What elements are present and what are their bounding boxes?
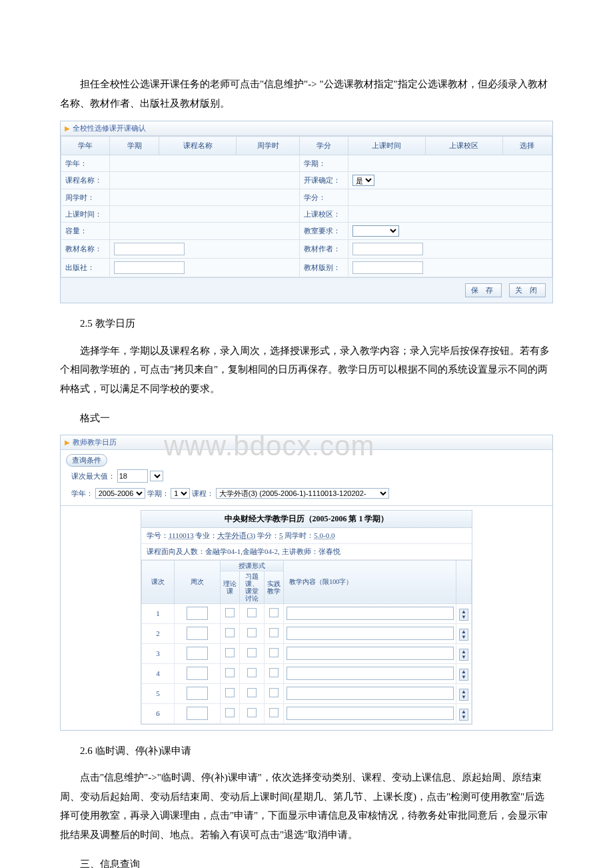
content-input[interactable] — [287, 647, 454, 660]
lbl-year: 学年： — [61, 155, 110, 172]
spin-icon[interactable]: ▲▼ — [459, 709, 468, 721]
checkbox-practice[interactable] — [269, 668, 279, 677]
lbl-course: 课程名称： — [61, 172, 110, 189]
th-credit: 学分 — [300, 137, 348, 155]
th-year: 学年 — [61, 137, 110, 155]
checkbox-theory[interactable] — [225, 648, 235, 657]
elective-confirm-panel: ▶ 全校性选修课开课确认 学年 学期 课程名称 周学时 学分 上课时间 上课校区… — [60, 121, 553, 303]
spin-icon[interactable]: ▲▼ — [459, 629, 468, 641]
content-input[interactable] — [287, 687, 454, 700]
cal-title-text: 教师教学日历 — [73, 437, 117, 447]
lbl-course2: 课程： — [192, 489, 214, 497]
content-input[interactable] — [287, 607, 454, 620]
content-input[interactable] — [287, 707, 454, 720]
week-input[interactable] — [187, 607, 208, 620]
link-weekhour[interactable]: 5.0-0.0 — [314, 531, 334, 539]
section-3-title: 三、信息查询 — [60, 855, 553, 868]
term-select[interactable]: 1 — [171, 488, 190, 499]
year-select[interactable]: 2005-2006 — [95, 488, 145, 499]
panel-title-bar: ▶ 全校性选修课开课确认 — [61, 121, 552, 136]
checkbox-practice[interactable] — [269, 688, 279, 697]
gh-g1: 理论课 — [221, 571, 240, 603]
content-input[interactable] — [287, 667, 454, 680]
lbl-weekhour: 周学时： — [61, 189, 110, 206]
section-2-6-para: 点击"信息维护"->"临时调、停(补)课申请"，依次选择变动类别、课程、变动上课… — [60, 768, 553, 844]
checkbox-practice[interactable] — [269, 608, 279, 617]
author-input[interactable] — [352, 243, 423, 255]
spin-icon[interactable]: ▲▼ — [459, 669, 468, 681]
lbl-book: 教材名称： — [61, 240, 110, 259]
checkbox-exercise[interactable] — [247, 668, 257, 677]
meta-line-1: 学号：1110013 专业：大学外语(3) 学分：5 周学时：5.0-0.0 — [141, 528, 472, 544]
checkbox-practice[interactable] — [269, 628, 279, 637]
section-2-5-title: 2.5 教学日历 — [60, 314, 553, 333]
cell-seq: 6 — [142, 703, 175, 723]
save-button[interactable]: 保 存 — [465, 283, 502, 297]
cal-panel-title: ▶ 教师教学日历 — [61, 435, 552, 450]
section-2-5-para: 选择学年，学期以及课程名称，录入周次，选择授课形式，录入教学内容；录入完毕后按保… — [60, 341, 553, 399]
max-input[interactable] — [117, 469, 148, 483]
checkbox-practice[interactable] — [269, 648, 279, 657]
gh-g2: 习题课、课堂讨论 — [240, 571, 265, 603]
roomreq-select[interactable] — [352, 225, 399, 237]
gh-c1: 课次 — [142, 560, 175, 603]
lbl-year2: 学年： — [71, 489, 93, 497]
th-course: 课程名称 — [159, 137, 237, 155]
link-code[interactable]: 1110013 — [169, 531, 194, 539]
checkbox-exercise[interactable] — [247, 688, 257, 697]
confirm-select[interactable]: 是 — [352, 175, 374, 186]
table-row: 6▲▼ — [142, 703, 472, 723]
th-campus: 上课校区 — [425, 137, 502, 155]
calendar-panel: www.bdocx.com ▶ 教师教学日历 查询条件 课次最大值： 学年： 2… — [60, 435, 553, 731]
checkbox-exercise[interactable] — [247, 608, 257, 617]
table-row: 5▲▼ — [142, 683, 472, 703]
arrow-icon: ▶ — [65, 125, 70, 132]
table-row: 3▲▼ — [142, 643, 472, 663]
max-spin[interactable] — [150, 471, 163, 481]
lbl-pub: 出版社： — [61, 259, 110, 277]
lbl-roomreq: 教室要求： — [300, 223, 348, 240]
gh-grp: 授课形式 — [221, 560, 284, 571]
cell-seq: 3 — [142, 643, 175, 663]
week-input[interactable] — [187, 627, 208, 640]
spin-icon[interactable]: ▲▼ — [459, 649, 468, 661]
section-2-6-title: 2.6 临时调、停(补)课申请 — [60, 741, 553, 761]
cell-seq: 2 — [142, 623, 175, 643]
meta-line-2: 课程面向及人数：金融学04-1,金融学04-2, 主讲教师：张春悦 — [141, 544, 472, 560]
week-input[interactable] — [187, 687, 208, 700]
lbl-capacity: 容量： — [61, 223, 110, 240]
gh-content: 教学内容（限100字） — [284, 560, 456, 603]
close-button[interactable]: 关 闭 — [509, 283, 546, 297]
link-major[interactable]: 大学外语(3) — [217, 531, 255, 539]
header-row: 学年 学期 课程名称 周学时 学分 上课时间 上课校区 选择 — [61, 137, 552, 155]
week-input[interactable] — [187, 667, 208, 680]
table-row: 1▲▼ — [142, 603, 472, 623]
lbl-campus: 上课校区： — [300, 206, 348, 223]
link-credit[interactable]: 5 — [279, 531, 283, 539]
checkbox-theory[interactable] — [225, 628, 235, 637]
th-select: 选择 — [502, 137, 552, 155]
lbl-time: 上课时间： — [61, 206, 110, 223]
lbl-confirm: 开课确定： — [300, 172, 348, 189]
course-select[interactable]: 大学外语(3) (2005-2006-1)-1110013-120202- — [216, 488, 389, 499]
checkbox-exercise[interactable] — [247, 648, 257, 657]
book-input[interactable] — [114, 243, 185, 255]
cell-seq: 5 — [142, 683, 175, 703]
panel-title: 全校性选修课开课确认 — [73, 123, 146, 133]
checkbox-theory[interactable] — [225, 688, 235, 697]
checkbox-theory[interactable] — [225, 668, 235, 677]
content-input[interactable] — [287, 627, 454, 640]
checkbox-theory[interactable] — [225, 608, 235, 617]
week-input[interactable] — [187, 647, 208, 660]
checkbox-exercise[interactable] — [247, 708, 257, 717]
week-input[interactable] — [187, 707, 208, 720]
spin-icon[interactable]: ▲▼ — [459, 689, 468, 701]
checkbox-theory[interactable] — [225, 708, 235, 717]
gh-g3: 实践教学 — [265, 571, 284, 603]
query-badge[interactable]: 查询条件 — [66, 454, 107, 467]
checkbox-practice[interactable] — [269, 708, 279, 717]
publisher-input[interactable] — [114, 261, 185, 274]
edition-input[interactable] — [352, 261, 423, 274]
checkbox-exercise[interactable] — [247, 628, 257, 637]
spin-icon[interactable]: ▲▼ — [459, 609, 468, 621]
